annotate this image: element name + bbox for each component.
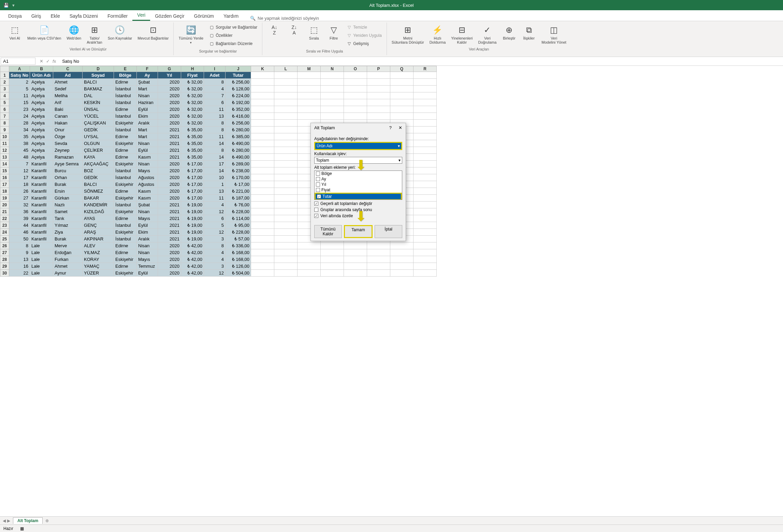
cell[interactable]: Karanfil (30, 222, 53, 229)
cell[interactable] (298, 249, 321, 256)
row-header[interactable]: 25 (0, 236, 9, 242)
cell[interactable]: KESKİN (83, 99, 114, 106)
cell[interactable]: Sevda (53, 140, 83, 147)
ribbon-btn[interactable]: ⊡Mevcut Bağlantılar (136, 24, 170, 41)
cell[interactable]: 44 (9, 222, 30, 229)
cell[interactable]: 12 (204, 208, 226, 215)
cell[interactable] (344, 256, 367, 263)
cell[interactable] (414, 72, 437, 79)
col-header[interactable]: J (226, 66, 251, 72)
cell[interactable] (274, 195, 298, 202)
table-header[interactable]: Ürün Adı (30, 72, 53, 79)
cell[interactable]: ₺ 35,00 (181, 147, 204, 154)
cell[interactable] (414, 263, 437, 270)
cell[interactable]: Sedef (53, 86, 83, 92)
cell[interactable]: Hakan (53, 120, 83, 127)
cell[interactable] (321, 263, 344, 270)
cell[interactable]: ₺ 19,00 (181, 229, 204, 236)
cell[interactable] (414, 174, 437, 181)
cell[interactable]: ₺ 504,00 (226, 270, 251, 277)
col-header[interactable]: R (414, 66, 437, 72)
cell[interactable]: 9 (9, 249, 30, 256)
cell[interactable] (274, 256, 298, 263)
cell[interactable] (390, 106, 414, 113)
cell[interactable]: Edirne (114, 249, 137, 256)
cell[interactable] (274, 99, 298, 106)
ribbon-btn[interactable]: ⊕Birleştir (501, 24, 518, 41)
cell[interactable]: ₺ 224,00 (226, 92, 251, 99)
sort-button[interactable]: ⬚Sırala (305, 24, 322, 41)
cell[interactable] (251, 106, 274, 113)
row-header[interactable]: 21 (0, 208, 9, 215)
col-header[interactable]: Q (390, 66, 414, 72)
cell[interactable]: Haziran (137, 99, 158, 106)
row-header[interactable]: 26 (0, 242, 9, 249)
cell[interactable] (321, 270, 344, 277)
cell[interactable] (367, 113, 390, 120)
remove-all-button[interactable]: Tümünü Kaldır (314, 225, 342, 238)
cell[interactable] (274, 215, 298, 222)
cell[interactable]: KAYA (83, 154, 114, 161)
cell[interactable] (367, 92, 390, 99)
cell[interactable]: 2021 (158, 229, 181, 236)
cell[interactable] (274, 222, 298, 229)
cell[interactable]: 8 (204, 120, 226, 127)
cell[interactable]: Özge (53, 133, 83, 140)
row-header[interactable]: 13 (0, 154, 9, 161)
cell[interactable]: 2020 (158, 86, 181, 92)
cell[interactable]: ₺ 280,00 (226, 127, 251, 133)
cell[interactable]: ₺ 19,00 (181, 202, 204, 208)
cell[interactable]: ₺ 336,00 (226, 242, 251, 249)
cell[interactable]: 35 (9, 133, 30, 140)
cell[interactable]: Lale (30, 256, 53, 263)
cell[interactable] (321, 256, 344, 263)
cell[interactable] (274, 208, 298, 215)
cell[interactable] (274, 202, 298, 208)
cell[interactable] (321, 86, 344, 92)
cell[interactable]: 5 (9, 86, 30, 92)
cell[interactable]: 2020 (158, 106, 181, 113)
cell[interactable] (321, 79, 344, 86)
cell[interactable]: ₺ 32,00 (181, 92, 204, 99)
cell[interactable] (251, 174, 274, 181)
cell[interactable]: ₺ 17,00 (181, 181, 204, 188)
ribbon-btn[interactable]: ⧉İlişkiler (520, 24, 537, 41)
cell[interactable]: 2021 (158, 202, 181, 208)
table-header[interactable]: Fiyat (181, 72, 204, 79)
cell[interactable] (414, 167, 437, 174)
cell[interactable]: KIZILDAĞ (83, 208, 114, 215)
cell[interactable]: 2020 (158, 99, 181, 106)
col-header[interactable]: E (114, 66, 137, 72)
cell[interactable] (414, 113, 437, 120)
cell[interactable]: Edirne (114, 79, 137, 86)
cell[interactable]: ₺ 19,00 (181, 222, 204, 229)
cell[interactable]: 4 (204, 202, 226, 208)
cell[interactable]: Açelya (30, 133, 53, 140)
cell[interactable] (344, 92, 367, 99)
cell[interactable] (414, 86, 437, 92)
cell[interactable]: Ziya (53, 229, 83, 236)
cell[interactable]: Edirne (114, 133, 137, 140)
ribbon-btn[interactable]: ◫VeriModelini Yönet (540, 24, 568, 45)
cell[interactable] (251, 167, 274, 174)
subtotal-field-item[interactable]: ✓Tutar (316, 194, 401, 199)
cell[interactable]: Edirne (114, 242, 137, 249)
cell[interactable]: ₺ 256,00 (226, 120, 251, 127)
cell[interactable] (274, 92, 298, 99)
at-change-dropdown[interactable]: Ürün Adı▾ (314, 142, 402, 150)
cell[interactable] (414, 99, 437, 106)
cell[interactable]: ₺ 256,00 (226, 79, 251, 86)
cell[interactable] (414, 229, 437, 236)
row-header[interactable]: 27 (0, 249, 9, 256)
cell[interactable]: Zeynep (53, 147, 83, 154)
cell[interactable]: BALCI (83, 79, 114, 86)
cell[interactable] (298, 106, 321, 113)
cell[interactable]: 12 (9, 167, 30, 174)
fx-icon[interactable]: fx (53, 59, 56, 64)
cell[interactable] (251, 202, 274, 208)
cell[interactable] (344, 242, 367, 249)
cell[interactable] (390, 242, 414, 249)
cell[interactable]: 34 (9, 127, 30, 133)
cell[interactable] (344, 249, 367, 256)
cell[interactable]: 28 (9, 120, 30, 127)
